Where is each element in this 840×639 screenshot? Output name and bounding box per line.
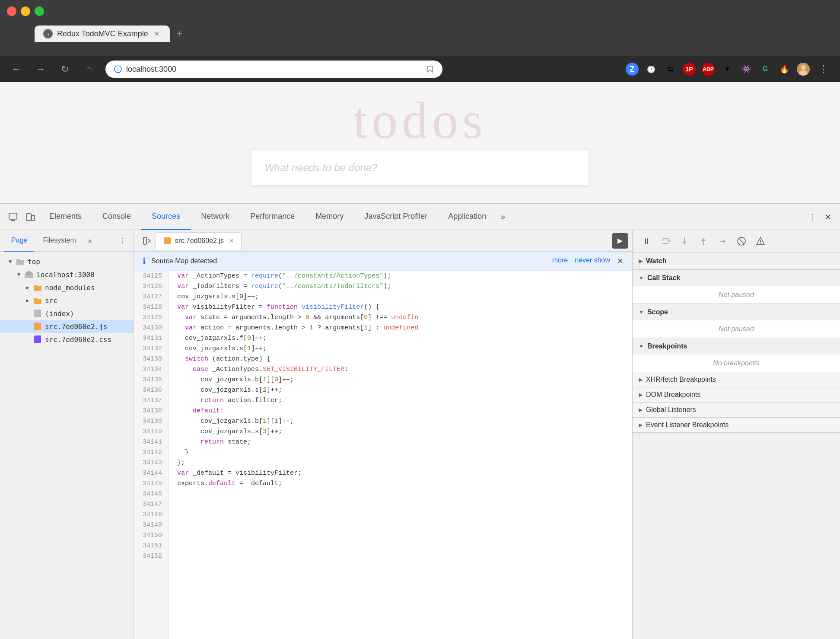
extension-icon-1[interactable]: 🕐 <box>645 63 658 76</box>
watch-section-header[interactable]: ▶ Watch <box>633 253 840 269</box>
tree-label-top: top <box>28 258 40 266</box>
debugger-toolbar: ⏸ <box>633 230 840 253</box>
dom-breakpoints-header[interactable]: ▶ DOM Breakpoints <box>633 387 840 402</box>
tree-item-index[interactable]: (index) <box>0 307 134 320</box>
code-line: } <box>177 447 624 458</box>
tab-console[interactable]: Console <box>92 204 141 230</box>
pause-on-exceptions-button[interactable] <box>753 233 768 249</box>
maximize-window-button[interactable] <box>35 6 44 16</box>
info-icon: ℹ <box>143 256 146 266</box>
chrome-menu-button[interactable]: ⋮ <box>816 61 831 77</box>
back-button[interactable]: ← <box>9 61 24 77</box>
panel-tab-filesystem[interactable]: Filesystem <box>36 230 83 252</box>
call-stack-header[interactable]: ▼ Call Stack <box>633 270 840 286</box>
editor-tab-js[interactable]: src.7ed060e2.js ✕ <box>156 232 242 249</box>
tab-close-button[interactable]: ✕ <box>153 29 161 38</box>
step-over-button[interactable] <box>658 233 673 249</box>
zotero-icon[interactable]: Z <box>626 63 639 76</box>
source-map-close-button[interactable]: ✕ <box>617 256 624 266</box>
extension-icon-2[interactable]: ⇆ <box>664 63 677 76</box>
code-editor[interactable]: 34125 34126 34127 34128 34129 34130 3413… <box>134 271 632 639</box>
collapse-sources-button[interactable] <box>138 232 156 249</box>
extension-icon-3[interactable]: ▼ <box>721 63 734 76</box>
step-out-button[interactable] <box>696 233 711 249</box>
tab-sources[interactable]: Sources <box>141 204 191 230</box>
tab-network[interactable]: Network <box>191 204 240 230</box>
todos-heading: todos <box>353 91 487 150</box>
tree-item-node-modules[interactable]: ▶ node_modules <box>0 281 134 294</box>
browser-tab[interactable]: R Redux TodoMVC Example ✕ <box>35 26 170 42</box>
code-line: case _ActionTypes.SET_VISIBILITY_FILTER: <box>177 364 624 375</box>
tab-js-profiler[interactable]: JavaScript Profiler <box>354 204 438 230</box>
device-toolbar-button[interactable] <box>22 208 39 226</box>
tab-application[interactable]: Application <box>438 204 496 230</box>
global-label: Global Listeners <box>646 406 696 414</box>
grammarly-icon[interactable]: G <box>759 63 772 76</box>
xhr-breakpoints-header[interactable]: ▶ XHR/fetch Breakpoints <box>633 372 840 387</box>
tab-performance[interactable]: Performance <box>240 204 305 230</box>
more-tabs-button[interactable]: » <box>496 212 509 221</box>
code-content: var _ActionTypes = require("../constants… <box>169 271 632 639</box>
panel-more-tabs[interactable]: » <box>85 235 95 246</box>
address-input[interactable]: i localhost:3000 <box>105 61 442 78</box>
editor-tab-close[interactable]: ✕ <box>229 237 234 244</box>
code-line: cov_jozgarxls.f[0]++; <box>177 333 624 344</box>
devtools-menu-button[interactable]: ⋮ <box>805 209 820 225</box>
code-line: var _ActionTypes = require("../constants… <box>177 271 624 281</box>
source-map-text: Source Map detected. <box>151 257 219 265</box>
event-listener-header[interactable]: ▶ Event Listener Breakpoints <box>633 418 840 432</box>
code-line: var _default = visibilityFilter; <box>177 468 624 479</box>
tree-label-node-modules: node_modules <box>45 284 95 292</box>
extension-icon-5[interactable]: 🔥 <box>778 63 791 76</box>
adblock-icon[interactable]: ABP <box>702 63 715 76</box>
address-text: localhost:3000 <box>126 65 422 74</box>
run-snippet-button[interactable]: ▶ <box>612 233 628 249</box>
tree-item-src[interactable]: ▶ src <box>0 294 134 307</box>
inspect-element-button[interactable] <box>4 208 22 226</box>
svg-point-16 <box>26 271 32 275</box>
address-bar: ← → ↻ ⌂ i localhost:3000 Z 🕐 ⇆ 1P ABP ▼ … <box>0 56 840 82</box>
home-button[interactable]: ⌂ <box>81 61 97 77</box>
bookmark-icon[interactable] <box>426 65 434 73</box>
devtools-close-button[interactable]: ✕ <box>820 209 836 225</box>
src-folder-icon <box>33 296 42 305</box>
user-avatar[interactable] <box>797 63 810 76</box>
call-stack-section: ▼ Call Stack Not paused <box>633 270 840 304</box>
global-listeners-header[interactable]: ▶ Global Listeners <box>633 403 840 417</box>
lastpass-icon[interactable]: 1P <box>683 63 696 76</box>
svg-line-25 <box>148 239 150 241</box>
devtools: Elements Console Sources Network Perform… <box>0 203 840 639</box>
breakpoints-header[interactable]: ▼ Breakpoints <box>633 338 840 355</box>
deactivate-breakpoints-button[interactable] <box>734 233 749 249</box>
code-line: var visibilityFilter = function visibili… <box>177 302 624 313</box>
code-line: switch (action.type) { <box>177 354 624 364</box>
tree-item-top[interactable]: ▼ top <box>0 255 134 268</box>
svg-marker-33 <box>701 238 706 241</box>
close-window-button[interactable] <box>7 6 16 16</box>
svg-marker-35 <box>723 240 725 243</box>
tab-elements[interactable]: Elements <box>39 204 92 230</box>
global-arrow: ▶ <box>639 407 643 413</box>
tab-memory[interactable]: Memory <box>305 204 354 230</box>
extension-icon-4[interactable]: 👾 <box>740 63 753 76</box>
source-map-never-show-link[interactable]: never show <box>575 256 610 266</box>
step-button[interactable] <box>715 233 730 249</box>
page-content: todos What needs to be done? <box>0 82 840 203</box>
step-into-button[interactable] <box>677 233 692 249</box>
scope-header[interactable]: ▼ Scope <box>633 304 840 320</box>
tree-item-js[interactable]: src.7ed060e2.js <box>0 320 134 333</box>
reload-button[interactable]: ↻ <box>57 61 73 77</box>
todo-input-area[interactable]: What needs to be done? <box>251 150 589 185</box>
minimize-window-button[interactable] <box>21 6 30 16</box>
forward-button[interactable]: → <box>33 61 48 77</box>
pause-resume-button[interactable]: ⏸ <box>639 233 654 249</box>
left-panel-tabs: Page Filesystem » ⋮ <box>0 230 134 252</box>
tree-item-localhost[interactable]: ▼ localhost:3000 <box>0 268 134 281</box>
panel-menu-button[interactable]: ⋮ <box>116 234 129 247</box>
tree-item-css[interactable]: src.7ed060e2.css <box>0 333 134 346</box>
new-tab-button[interactable]: + <box>172 26 187 42</box>
source-map-more-link[interactable]: more <box>552 256 568 266</box>
panel-tab-page[interactable]: Page <box>4 230 34 252</box>
svg-text:R: R <box>47 32 50 36</box>
code-line: cov_jozgarxls.b[1][1]++; <box>177 416 624 427</box>
